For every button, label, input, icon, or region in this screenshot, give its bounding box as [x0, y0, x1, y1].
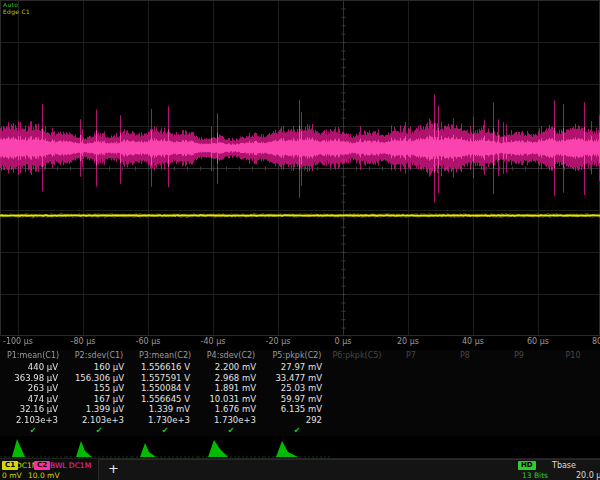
- measure-value: 155 µV: [66, 383, 132, 394]
- measure-status-check: ✔: [66, 425, 132, 436]
- c2-chip[interactable]: C2: [34, 461, 50, 470]
- measure-header[interactable]: P8: [438, 350, 492, 362]
- measure-value: 25.03 mV: [264, 383, 330, 394]
- measurement-table: P1:mean(C1)P2:sdev(C1)P3:mean(C2)P4:sdev…: [0, 350, 600, 436]
- measure-header[interactable]: P9: [492, 350, 546, 362]
- measure-value: 1.339 mV: [132, 404, 198, 415]
- time-axis-label: 40 µs: [462, 337, 484, 346]
- time-axis-label: 0 µs: [335, 337, 352, 346]
- measure-row: 440 µV160 µV1.556616 V2.200 mV27.97 mV: [0, 362, 600, 373]
- measure-value: 2.103e+3: [0, 415, 66, 426]
- measure-value: 27.97 mV: [264, 362, 330, 373]
- time-axis-label: 20 µs: [397, 337, 419, 346]
- measure-status-check: ✔: [132, 425, 198, 436]
- measure-value: 1.556645 V: [132, 394, 198, 405]
- measure-status-check: ✔: [264, 425, 330, 436]
- measure-value: 1.730e+3: [198, 415, 264, 426]
- oscilloscope-screen: Auto Edge C1 -100 µs-80 µs-60 µs-40 µs-2…: [0, 0, 600, 480]
- scope-grid-canvas[interactable]: [0, 0, 600, 336]
- time-axis-label: -60 µs: [136, 337, 161, 346]
- time-axis-label: -100 µs: [3, 337, 33, 346]
- histicon-p5[interactable]: [264, 436, 330, 458]
- status-label-2: Edge C1: [3, 8, 30, 15]
- measure-value: 263 µV: [0, 383, 66, 394]
- measure-value: 1.556616 V: [132, 362, 198, 373]
- measure-value: 1.730e+3: [132, 415, 198, 426]
- measure-status-check: ✔: [198, 425, 264, 436]
- measure-value: 1.550084 V: [132, 383, 198, 394]
- histicon-p3[interactable]: [132, 436, 198, 458]
- histicon-p4[interactable]: [198, 436, 264, 458]
- measure-value: 33.477 mV: [264, 373, 330, 384]
- measure-value: 2.968 mV: [198, 373, 264, 384]
- tbase-bits: 13 Bits: [522, 471, 548, 480]
- measure-value: 59.97 mV: [264, 394, 330, 405]
- tbase-tdiv: 20.0 µs/div: [576, 471, 600, 480]
- histicon-p1[interactable]: [0, 436, 66, 458]
- measure-header[interactable]: P6:pkpk(C5): [330, 350, 384, 362]
- waveform-display[interactable]: Auto Edge C1: [0, 0, 600, 336]
- tbase-label[interactable]: Tbase: [552, 461, 576, 470]
- measure-value: 160 µV: [66, 362, 132, 373]
- measure-value: 6.135 mV: [264, 404, 330, 415]
- measure-header[interactable]: P5:pkpk(C2): [264, 350, 330, 362]
- measure-value: 292: [264, 415, 330, 426]
- time-axis-label: 80 µs: [592, 337, 600, 346]
- time-axis-label: -20 µs: [266, 337, 291, 346]
- measure-value: 167 µV: [66, 394, 132, 405]
- measure-header[interactable]: P3:mean(C2): [132, 350, 198, 362]
- measure-value: 1.399 µV: [66, 404, 132, 415]
- measure-value: 156.306 µV: [66, 373, 132, 384]
- time-axis-label: 60 µs: [527, 337, 549, 346]
- measure-status-check: ✔: [0, 425, 66, 436]
- measure-value: 32.16 µV: [0, 404, 66, 415]
- measure-value: 10.031 mV: [198, 394, 264, 405]
- status-bar: C1 DC1M C2 BWL DC1M 0 mV 10.0 mV + HD Tb…: [0, 458, 600, 480]
- measure-header[interactable]: P10: [546, 350, 600, 362]
- measure-header[interactable]: P4:sdev(C2): [198, 350, 264, 362]
- measure-row: 32.16 µV1.399 µV1.339 mV1.676 mV6.135 mV: [0, 404, 600, 415]
- measure-value: 363.98 µV: [0, 373, 66, 384]
- status-label-1: Auto: [3, 1, 30, 8]
- measure-value: 1.891 mV: [198, 383, 264, 394]
- status-labels: Auto Edge C1: [3, 1, 30, 15]
- time-axis-label: -40 µs: [201, 337, 226, 346]
- histicon-p2[interactable]: [66, 436, 132, 458]
- measure-header[interactable]: P7: [384, 350, 438, 362]
- measure-value: 474 µV: [0, 394, 66, 405]
- histicons-row: [0, 436, 600, 458]
- measure-value: 2.200 mV: [198, 362, 264, 373]
- time-axis-label: -80 µs: [71, 337, 96, 346]
- measure-header[interactable]: P2:sdev(C1): [66, 350, 132, 362]
- c1-offset: 0 mV: [2, 471, 22, 480]
- measure-value: 1.676 mV: [198, 404, 264, 415]
- time-axis: -100 µs-80 µs-60 µs-40 µs-20 µs0 µs20 µs…: [0, 336, 600, 350]
- c2-coupling: BWL DC1M: [50, 461, 91, 470]
- measure-row: 474 µV167 µV1.556645 V10.031 mV59.97 mV: [0, 394, 600, 405]
- measure-row: 363.98 µV156.306 µV1.557591 V2.968 mV33.…: [0, 373, 600, 384]
- measure-value: 2.103e+3: [66, 415, 132, 426]
- measure-row: 263 µV155 µV1.550084 V1.891 mV25.03 mV: [0, 383, 600, 394]
- measure-value: 1.557591 V: [132, 373, 198, 384]
- hd-badge: HD: [518, 461, 536, 470]
- c1-vdiv: 10.0 mV: [28, 471, 60, 480]
- measure-row: 2.103e+32.103e+31.730e+31.730e+3292: [0, 415, 600, 426]
- measure-value: 440 µV: [0, 362, 66, 373]
- crosshair-button[interactable]: +: [108, 461, 119, 477]
- measure-header[interactable]: P1:mean(C1): [0, 350, 66, 362]
